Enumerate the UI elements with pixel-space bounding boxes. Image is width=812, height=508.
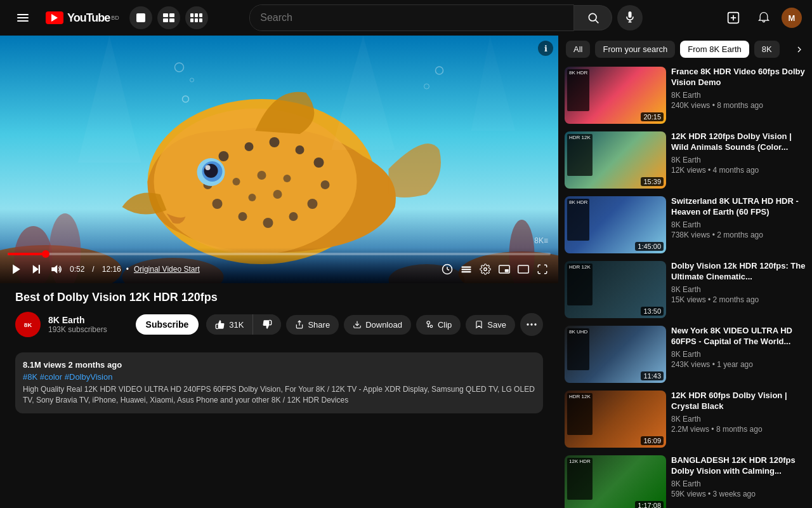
more-actions-button[interactable] <box>520 313 543 336</box>
svg-point-41 <box>239 212 247 221</box>
like-count: 31K <box>229 320 244 330</box>
svg-point-78 <box>430 325 433 328</box>
svg-point-38 <box>308 199 318 209</box>
view-btn-grid[interactable] <box>185 6 208 29</box>
svg-rect-11 <box>190 18 193 22</box>
create-button[interactable] <box>721 5 746 30</box>
time-sep: / <box>92 265 94 274</box>
controls-right <box>439 261 551 277</box>
related-info: 12K HDR 120fps Dolby Vision | Wild Anima… <box>671 131 806 189</box>
thumb-duration: 1:45:00 <box>635 242 664 251</box>
video-tags: #8K #color #DolbyVision <box>23 372 535 382</box>
logo-text: YouTube <box>67 11 110 25</box>
related-channel: 8K Earth <box>671 220 806 229</box>
theater-button[interactable] <box>515 262 532 276</box>
progress-dot <box>42 250 49 258</box>
related-video-item[interactable]: HDR 12K 13:50 Dolby Vision 12k HDR 120fp… <box>563 260 807 319</box>
clip-button[interactable]: Clip <box>416 315 461 335</box>
filter-tabs: All From your search From 8K Earth 8K <box>563 41 807 58</box>
svg-point-49 <box>249 194 256 201</box>
header: YouTubeBD <box>0 0 812 36</box>
sidebar: All From your search From 8K Earth 8K 8K… <box>558 36 812 508</box>
related-video-item[interactable]: HDR 12K 15:39 12K HDR 120fps Dolby Visio… <box>563 130 807 190</box>
share-label: Share <box>308 320 330 330</box>
progress-bar[interactable] <box>8 253 551 255</box>
channel-logo-icon: 8K <box>19 316 37 333</box>
search-input[interactable] <box>250 5 573 30</box>
related-meta: 2.2M views • 8 months ago <box>671 425 806 434</box>
related-video-item[interactable]: 8K HDR 20:15 France 8K HDR Video 60fps D… <box>563 65 807 125</box>
svg-point-53 <box>206 165 211 170</box>
related-info: France 8K HDR Video 60fps Dolby Vision D… <box>671 67 806 124</box>
chapters-button[interactable] <box>458 261 475 277</box>
svg-text:8K: 8K <box>24 321 32 328</box>
fullscreen-button[interactable] <box>534 261 551 277</box>
svg-point-46 <box>258 171 266 180</box>
share-button[interactable]: Share <box>286 315 339 335</box>
video-player[interactable]: ℹ 8K≡ <box>0 36 558 283</box>
hamburger-button[interactable] <box>10 5 36 30</box>
thumb-badge: HDR 12K <box>567 134 593 176</box>
thumb-duration: 11:43 <box>641 371 664 380</box>
related-video-item[interactable]: 12K HDR 1:17:08 BANGLADESH 12K HDR 120fp… <box>563 454 807 508</box>
view-mode-buttons <box>129 6 208 29</box>
settings-button[interactable] <box>477 261 494 277</box>
thumb-duration: 20:15 <box>641 112 664 121</box>
svg-point-77 <box>427 321 430 324</box>
thumb-duration: 15:39 <box>641 177 664 186</box>
thumb-duration: 13:50 <box>641 307 664 316</box>
view-count: 8.1M views <box>23 360 66 370</box>
filter-tab-all[interactable]: All <box>566 41 590 58</box>
filter-tab-8k[interactable]: 8K <box>754 41 780 58</box>
svg-point-14 <box>589 13 596 21</box>
miniplayer-button[interactable] <box>496 262 513 276</box>
related-title: New York 8K VIDEO ULTRA HD 60FPS - Capit… <box>671 326 806 347</box>
download-button[interactable]: Download <box>344 315 411 335</box>
save-button[interactable]: Save <box>466 315 515 335</box>
next-button[interactable] <box>28 261 44 277</box>
mute-button[interactable] <box>47 261 65 277</box>
related-meta: 240K views • 8 months ago <box>671 101 806 110</box>
svg-rect-16 <box>629 11 632 18</box>
description-area[interactable]: 8.1M views 2 months ago #8K #color #Dolb… <box>15 352 543 413</box>
thumb-badge: 8K HDR <box>567 199 589 241</box>
related-title: 12K HDR 60fps Dolby Vision | Crystal Bla… <box>671 391 806 412</box>
play-button[interactable] <box>8 260 25 278</box>
svg-point-48 <box>273 190 282 199</box>
related-video-item[interactable]: 8K HDR 1:45:00 Switzerland 8K ULTRA HD H… <box>563 195 807 255</box>
related-channel: 8K Earth <box>671 415 806 424</box>
avatar[interactable]: M <box>782 8 802 28</box>
dislike-button[interactable] <box>252 314 281 335</box>
info-button[interactable]: ℹ <box>538 41 553 56</box>
svg-point-79 <box>527 323 528 325</box>
related-meta: 738K views • 2 months ago <box>671 231 806 239</box>
thumb-badge: 12K HDR <box>567 458 593 500</box>
filter-tab-8k-earth[interactable]: From 8K Earth <box>680 41 749 58</box>
view-btn-square[interactable] <box>129 6 152 29</box>
speed-button[interactable] <box>439 261 455 277</box>
logo-badge: BD <box>111 15 119 21</box>
related-video-item[interactable]: HDR 12K 16:09 12K HDR 60fps Dolby Vision… <box>563 389 807 449</box>
related-thumb: HDR 12K 15:39 <box>565 131 666 189</box>
search-button[interactable] <box>574 5 612 30</box>
related-video-item[interactable]: 8K UHD 11:43 New York 8K VIDEO ULTRA HD … <box>563 324 807 384</box>
video-player-wrap: ℹ 8K≡ <box>0 36 558 283</box>
related-info: New York 8K VIDEO ULTRA HD 60FPS - Capit… <box>671 326 806 383</box>
youtube-logo[interactable]: YouTubeBD <box>46 11 119 25</box>
filter-next-button[interactable] <box>794 44 804 54</box>
original-start-link[interactable]: Original Video Start <box>134 265 200 274</box>
svg-rect-7 <box>169 18 174 22</box>
voice-search-button[interactable] <box>617 5 643 30</box>
related-channel: 8K Earth <box>671 156 806 164</box>
filter-tab-from-search[interactable]: From your search <box>595 41 675 58</box>
svg-rect-61 <box>39 265 40 274</box>
channel-info: 8K Earth 193K subscribers <box>48 315 128 334</box>
view-btn-list[interactable] <box>157 6 180 29</box>
notifications-button[interactable] <box>751 5 776 30</box>
subscribe-button[interactable]: Subscribe <box>136 314 199 335</box>
like-button[interactable]: 31K <box>206 314 252 335</box>
svg-point-36 <box>314 157 324 168</box>
svg-marker-59 <box>13 265 20 274</box>
svg-marker-62 <box>51 265 57 274</box>
related-info: Switzerland 8K ULTRA HD HDR - Heaven of … <box>671 196 806 253</box>
